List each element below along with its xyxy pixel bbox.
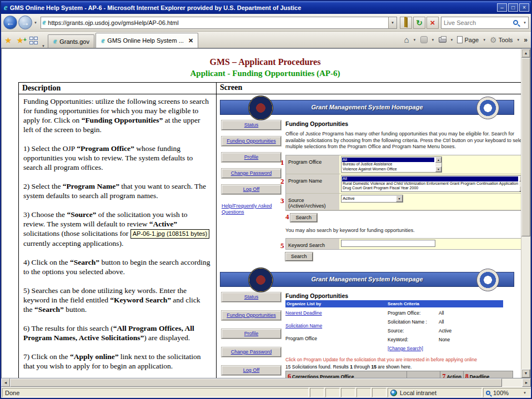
deadline-header: Deadline: [470, 374, 489, 378]
dropdown-arrow-icon[interactable]: ▼: [396, 195, 403, 202]
listbox-option[interactable]: Bureau of Justice Assistance: [342, 162, 434, 167]
change-search-link[interactable]: [Change Search]: [388, 346, 423, 351]
sidebar-item-log-off[interactable]: Log Off: [222, 366, 281, 375]
keyword-note: You may also search by keyword for fundi…: [285, 228, 524, 234]
solicitation-name-link[interactable]: Solicitation Name: [285, 323, 322, 329]
action-header: Action: [446, 374, 461, 378]
window-title: GMS Online Help System - AP-6 - Microsof…: [10, 4, 496, 11]
search-criteria-header: Search Criteria: [388, 300, 419, 307]
gms-header-bar: Grant Management System Homepage: [220, 100, 514, 115]
refresh-icon: ↻: [416, 18, 423, 27]
program-name-row: 2 Program Name All Rural Domestic Violen…: [286, 174, 524, 194]
feeds-dropdown-icon[interactable]: ▼: [430, 38, 436, 42]
scroll-down-icon[interactable]: ▼: [435, 166, 441, 172]
tab-close-icon[interactable]: ✕: [188, 37, 193, 44]
search-button[interactable]: Search: [290, 214, 318, 222]
sidebar-item-funding-opportunities[interactable]: Funding Opportunities: [222, 311, 281, 320]
scroll-up-icon[interactable]: ▲: [521, 49, 530, 58]
nearest-deadline-link[interactable]: Nearest Deadline: [285, 310, 322, 316]
gear-icon: ⚙: [490, 36, 497, 44]
tab-toolbar: ★ ★ ▼ e Grants.gov e GMS Online Help Sys…: [1, 32, 531, 48]
quick-tabs-icon[interactable]: [29, 37, 38, 44]
source-label: Source (Active/Archives): [286, 194, 339, 210]
sidebar-item-log-off[interactable]: Log Off: [222, 185, 281, 194]
page-menu-label: Page: [464, 37, 479, 43]
program-office-listbox[interactable]: All Bureau of Justice Assistance Violenc…: [341, 156, 442, 173]
tab-gms-help[interactable]: e GMS Online Help System ... ✕: [96, 33, 198, 48]
program-office-label: Program Office: [286, 155, 339, 174]
keyword-search-input[interactable]: [341, 240, 435, 247]
keyword-search-button[interactable]: Search: [285, 252, 313, 261]
address-dropdown-icon[interactable]: ▼: [388, 17, 397, 28]
description-paragraph: 7) Click on the “Apply online” link next…: [23, 352, 211, 371]
sidebar-item-change-password[interactable]: Change Password: [222, 347, 281, 357]
refresh-button[interactable]: ↻: [413, 17, 425, 29]
overflow-chevron-icon[interactable]: »: [521, 36, 530, 44]
listbox-option[interactable]: Drug Court Grant Program Fiscal Year 200…: [342, 186, 518, 191]
zoom-control[interactable]: 100% ▼: [483, 388, 531, 397]
sidebar-item-funding-opportunities[interactable]: Funding Opportunities: [222, 137, 281, 146]
help-faq-link[interactable]: Help/Frequently Asked Questions: [222, 203, 277, 215]
back-button[interactable]: ←: [3, 16, 17, 29]
results-table: 6Corrections Program Office 7Action 8Dea…: [285, 371, 513, 378]
history-dropdown-icon[interactable]: ▼: [32, 21, 39, 24]
vertical-scroll-thumb[interactable]: [521, 58, 530, 236]
page-menu-button[interactable]: Page: [455, 35, 481, 44]
favorites-icon[interactable]: ★: [2, 36, 14, 48]
annotation-7: 7: [442, 372, 445, 378]
vertical-scrollbar[interactable]: ▲ ▼: [521, 49, 530, 378]
search-input[interactable]: [441, 19, 513, 26]
tools-dropdown-icon[interactable]: ▼: [515, 38, 521, 42]
home-button[interactable]: ⌂: [402, 34, 411, 46]
sidebar-item-profile[interactable]: Profile: [222, 329, 281, 339]
program-office-row: 1 Program Office All Bureau of Justice A…: [286, 155, 524, 175]
sidebar-item-status[interactable]: Status: [222, 292, 281, 302]
annotation-4: 4: [285, 213, 289, 221]
doj-seal-icon: [248, 267, 273, 292]
tools-menu-button[interactable]: ⚙ Tools: [488, 34, 515, 46]
restore-button[interactable]: □: [508, 3, 518, 12]
home-dropdown-icon[interactable]: ▼: [411, 38, 418, 42]
listbox-option[interactable]: Rural Domestic Violence and Child Victim…: [342, 181, 518, 186]
doj-seal-icon: [248, 95, 273, 120]
add-favorite-icon[interactable]: ★: [14, 36, 26, 48]
horizontal-scrollbar[interactable]: ◄ ►: [1, 378, 531, 387]
organize-list-by-header: Organize List by: [285, 300, 388, 307]
zoom-dropdown-icon[interactable]: ▼: [521, 391, 528, 395]
address-field[interactable]: e https://grants.ojp.usdoj.gov/gmsHelp/A…: [41, 17, 397, 29]
listbox-option[interactable]: All: [342, 176, 518, 181]
page-subtitle: Applicant - Funding Opportunities (AP-6): [7, 69, 524, 78]
sidebar-item-status[interactable]: Status: [222, 120, 281, 130]
page-dropdown-icon[interactable]: ▼: [481, 38, 488, 42]
live-search-box[interactable]: ▼: [441, 17, 529, 29]
tab-grants-gov[interactable]: e Grants.gov: [48, 34, 94, 48]
minimize-button[interactable]: –: [497, 3, 507, 12]
gms-sidebar: Status Funding Opportunities Profile Cha…: [220, 292, 285, 378]
ojp-seal-icon: [476, 97, 499, 119]
search-icon[interactable]: [513, 20, 518, 25]
url-text[interactable]: https://grants.ojp.usdoj.gov/gmsHelp/AP-…: [48, 19, 388, 26]
scroll-left-icon[interactable]: ◄: [1, 378, 10, 387]
horizontal-scroll-thumb[interactable]: [10, 378, 502, 387]
security-lock-button[interactable]: [400, 17, 412, 29]
scroll-up-icon[interactable]: ▲: [435, 157, 441, 163]
forward-button[interactable]: →: [18, 16, 32, 29]
print-dropdown-icon[interactable]: ▼: [449, 38, 455, 42]
tab-list-dropdown-icon[interactable]: ▼: [40, 44, 47, 48]
feeds-button[interactable]: [418, 35, 430, 44]
source-dropdown[interactable]: Active ▼: [341, 195, 403, 203]
print-button[interactable]: [436, 36, 449, 44]
program-name-listbox[interactable]: All Rural Domestic Violence and Child Vi…: [341, 175, 524, 192]
description-paragraph: 4) Click on the “Search” button to begin…: [23, 257, 211, 276]
scroll-right-icon[interactable]: ►: [522, 378, 531, 387]
search-dropdown-icon[interactable]: ▼: [521, 21, 528, 24]
close-button[interactable]: ×: [519, 3, 529, 12]
sidebar-item-profile[interactable]: Profile: [222, 153, 281, 162]
scroll-down-icon[interactable]: ▼: [521, 369, 530, 378]
stop-button[interactable]: ×: [426, 17, 439, 29]
listbox-option[interactable]: All: [342, 158, 434, 163]
listbox-option[interactable]: Violence Against Women Office: [342, 167, 434, 172]
funding-opportunities-heading: Funding Opportunities: [285, 292, 513, 299]
gms-screenshot-search: Grant Management System Homepage Status …: [220, 100, 514, 264]
sidebar-item-change-password[interactable]: Change Password: [222, 169, 281, 178]
